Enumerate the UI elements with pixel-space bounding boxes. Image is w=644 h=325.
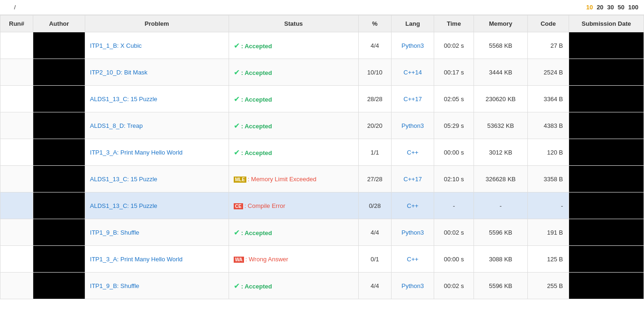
status-cell: CE: Compile Error — [229, 192, 358, 219]
run-number — [0, 166, 33, 192]
table-row: ALDS1_13_C: 15 PuzzleCE: Compile Error0/… — [0, 192, 644, 219]
author-cell — [33, 139, 85, 166]
accepted-icon: ✔ — [234, 42, 240, 50]
memory-cell: - — [474, 192, 527, 219]
lang-cell: C++17 — [391, 166, 434, 192]
per-page-10[interactable]: 10 — [586, 4, 592, 11]
lang-link[interactable]: Python3 — [401, 42, 424, 49]
problem-cell: ALDS1_13_C: 15 Puzzle — [85, 166, 229, 192]
lang-link[interactable]: C++ — [407, 202, 419, 209]
author-cell — [33, 273, 85, 299]
code-cell: 3358 B — [527, 166, 569, 192]
lang-cell: Python3 — [391, 112, 434, 139]
per-page-section: 10 20 30 50 100 — [582, 4, 638, 11]
code-cell: 255 B — [527, 273, 569, 299]
memory-cell: 5568 KB — [474, 32, 527, 59]
mle-icon: MLE — [234, 177, 246, 183]
memory-cell: 3088 KB — [474, 246, 527, 273]
run-number — [0, 86, 33, 112]
lang-cell: C++14 — [391, 59, 434, 86]
code-cell: 125 B — [527, 246, 569, 273]
pagination-left: / — [6, 4, 24, 11]
col-run: Run# — [0, 15, 33, 32]
problem-link[interactable]: ALDS1_13_C: 15 Puzzle — [90, 176, 157, 183]
code-cell: - — [527, 192, 569, 219]
lang-link[interactable]: Python3 — [401, 229, 424, 236]
problem-link[interactable]: ITP1_9_B: Shuffle — [90, 282, 139, 289]
submission-date-cell — [569, 86, 644, 112]
memory-cell: 230620 KB — [474, 86, 527, 112]
top-bar: / 10 20 30 50 100 — [0, 0, 644, 15]
percent-cell: 1/1 — [358, 139, 391, 166]
lang-link[interactable]: C++17 — [404, 176, 422, 183]
status-cell: MLE: Memory Limit Exceeded — [229, 166, 358, 192]
time-cell: 00:00 s — [434, 139, 474, 166]
problem-link[interactable]: ALDS1_13_C: 15 Puzzle — [90, 96, 157, 103]
code-cell: 120 B — [527, 139, 569, 166]
table-row: ITP1_1_B: X Cubic✔: Accepted4/4Python300… — [0, 32, 644, 59]
run-number — [0, 59, 33, 86]
per-page-20[interactable]: 20 — [597, 4, 603, 11]
submission-date-cell — [569, 166, 644, 192]
status-text: : Accepted — [241, 229, 272, 236]
lang-link[interactable]: Python3 — [401, 122, 424, 129]
status-cell: ✔: Accepted — [229, 273, 358, 299]
problem-link[interactable]: ITP1_3_A: Print Many Hello World — [90, 256, 183, 263]
lang-link[interactable]: Python3 — [401, 282, 424, 289]
author-cell — [33, 32, 85, 59]
lang-cell: Python3 — [391, 219, 434, 246]
time-cell: 00:17 s — [434, 59, 474, 86]
status-text: : Accepted — [241, 69, 272, 76]
accepted-icon: ✔ — [234, 122, 240, 130]
problem-cell: ALDS1_13_C: 15 Puzzle — [85, 86, 229, 112]
memory-cell: 5596 KB — [474, 273, 527, 299]
col-author: Author — [33, 15, 85, 32]
per-page-50[interactable]: 50 — [618, 4, 624, 11]
submission-date-cell — [569, 246, 644, 273]
status-text: : Accepted — [241, 283, 272, 290]
submission-date-cell — [569, 139, 644, 166]
problem-link[interactable]: ITP1_1_B: X Cubic — [90, 42, 142, 49]
code-cell: 27 B — [527, 32, 569, 59]
lang-cell: C++ — [391, 192, 434, 219]
accepted-icon: ✔ — [234, 68, 240, 76]
problem-link[interactable]: ITP1_3_A: Print Many Hello World — [90, 149, 183, 156]
accepted-icon: ✔ — [234, 148, 240, 156]
run-number — [0, 219, 33, 246]
lang-link[interactable]: C++17 — [404, 96, 422, 103]
submission-date-cell — [569, 192, 644, 219]
lang-link[interactable]: C++ — [407, 149, 419, 156]
time-cell: 00:00 s — [434, 246, 474, 273]
status-text: : Accepted — [241, 43, 272, 50]
problem-link[interactable]: ALDS1_13_C: 15 Puzzle — [90, 202, 157, 209]
author-cell — [33, 59, 85, 86]
run-number — [0, 139, 33, 166]
lang-link[interactable]: C++ — [407, 256, 419, 263]
table-row: ALDS1_8_D: Treap✔: Accepted20/20Python30… — [0, 112, 644, 139]
author-cell — [33, 219, 85, 246]
problem-link[interactable]: ALDS1_8_D: Treap — [90, 122, 143, 129]
status-cell: ✔: Accepted — [229, 32, 358, 59]
problem-cell: ITP1_9_B: Shuffle — [85, 273, 229, 299]
submissions-table: Run# Author Problem Status % Lang Time M… — [0, 15, 644, 299]
problem-link[interactable]: ITP1_9_B: Shuffle — [90, 229, 139, 236]
accepted-icon: ✔ — [234, 229, 240, 236]
percent-cell: 10/10 — [358, 59, 391, 86]
memory-cell: 5596 KB — [474, 219, 527, 246]
problem-link[interactable]: ITP2_10_D: Bit Mask — [90, 69, 148, 76]
per-page-30[interactable]: 30 — [607, 4, 614, 11]
per-page-100[interactable]: 100 — [628, 4, 638, 11]
percent-cell: 4/4 — [358, 273, 391, 299]
time-cell: 00:02 s — [434, 219, 474, 246]
submission-date-cell — [569, 32, 644, 59]
percent-cell: 4/4 — [358, 32, 391, 59]
memory-cell: 326628 KB — [474, 166, 527, 192]
status-cell: ✔: Accepted — [229, 86, 358, 112]
lang-link[interactable]: C++14 — [404, 69, 422, 76]
status-text: : Accepted — [241, 149, 272, 156]
col-status: Status — [229, 15, 358, 32]
run-number — [0, 112, 33, 139]
status-cell: ✔: Accepted — [229, 219, 358, 246]
accepted-icon: ✔ — [234, 95, 240, 103]
author-cell — [33, 166, 85, 192]
